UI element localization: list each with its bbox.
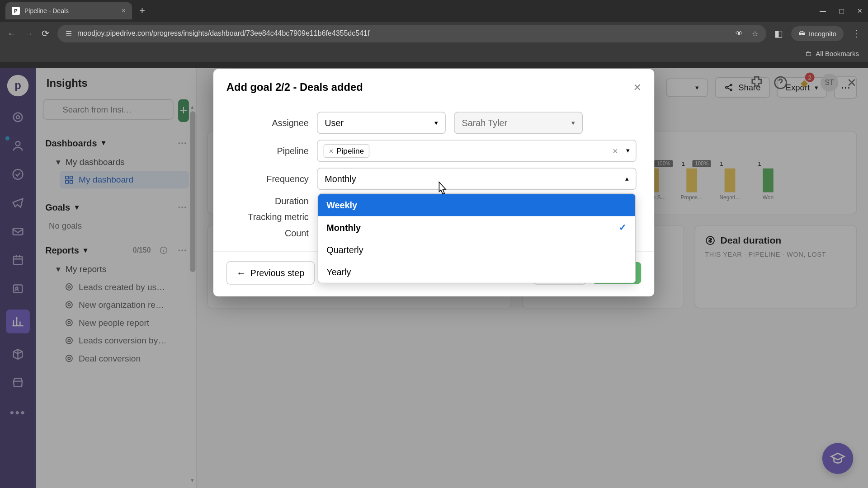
maximize-icon[interactable]: ▢ [839, 7, 844, 14]
url-text: moodjoy.pipedrive.com/progress/insights/… [77, 29, 730, 38]
address-bar[interactable]: ☰ moodjoy.pipedrive.com/progress/insight… [57, 25, 766, 42]
all-bookmarks-label: All Bookmarks [816, 50, 859, 57]
back-button[interactable]: ← [7, 28, 16, 39]
frequency-option[interactable]: Monthly✓ [318, 216, 635, 239]
chevron-down-icon: ▾ [434, 119, 438, 127]
tab-close-icon[interactable]: × [122, 7, 126, 15]
new-tab-button[interactable]: + [136, 5, 149, 17]
chevron-up-icon: ▴ [625, 175, 629, 183]
address-row: ← → ⟳ ☰ moodjoy.pipedrive.com/progress/i… [0, 22, 868, 45]
option-label: Monthly [326, 222, 361, 232]
assignee-type-select[interactable]: User ▾ [317, 112, 446, 134]
arrow-left-icon: ← [236, 268, 245, 278]
tab-favicon: P [12, 7, 20, 15]
folder-icon: 🗀 [805, 50, 812, 57]
incognito-label: Incognito [809, 30, 836, 38]
option-label: Quarterly [326, 244, 363, 254]
minimize-icon[interactable]: ― [820, 7, 826, 14]
window-controls: ― ▢ ✕ [820, 7, 863, 14]
bookmark-star-icon[interactable]: ☆ [752, 29, 758, 38]
tab-bar: P Pipeline - Deals × + ― ▢ ✕ [0, 0, 868, 22]
reload-button[interactable]: ⟳ [42, 28, 49, 39]
eye-off-icon[interactable]: 👁 [736, 29, 743, 38]
chevron-down-icon: ▾ [571, 119, 575, 127]
frequency-option[interactable]: Quarterly [318, 239, 635, 261]
close-window-icon[interactable]: ✕ [857, 7, 863, 14]
count-label: Count [231, 228, 308, 238]
check-icon: ✓ [619, 222, 627, 233]
duration-label: Duration [231, 196, 308, 206]
modal-close-icon[interactable]: × [633, 80, 641, 95]
pipeline-select[interactable]: × Pipeline × ▾ [317, 140, 636, 162]
previous-step-label: Previous step [250, 268, 305, 278]
add-goal-modal: Add goal 2/2 - Deals added × Assignee Us… [213, 69, 654, 296]
pipeline-chip-label: Pipeline [336, 146, 364, 155]
assignee-user-select[interactable]: Sarah Tyler ▾ [454, 112, 583, 134]
all-bookmarks-button[interactable]: 🗀 All Bookmarks [805, 50, 859, 57]
forward-button: → [24, 28, 33, 39]
frequency-value: Monthly [325, 174, 356, 184]
previous-step-button[interactable]: ← Previous step [226, 261, 315, 284]
frequency-dropdown: WeeklyMonthly✓QuarterlyYearly [317, 193, 636, 283]
browser-chrome: P Pipeline - Deals × + ― ▢ ✕ ← → ⟳ ☰ moo… [0, 0, 868, 62]
frequency-label: Frequency [231, 174, 308, 184]
assignee-label: Assignee [231, 118, 308, 128]
browser-tab[interactable]: P Pipeline - Deals × [5, 2, 132, 19]
option-label: Yearly [326, 267, 351, 277]
tab-title: Pipeline - Deals [24, 7, 69, 14]
frequency-select[interactable]: Monthly ▴ WeeklyMonthly✓QuarterlyYearly [317, 168, 636, 190]
panel-icon[interactable]: ◧ [774, 28, 783, 39]
assignee-type-value: User [325, 118, 344, 128]
incognito-badge[interactable]: 🕶 Incognito [791, 26, 844, 41]
bookmarks-bar: 🗀 All Bookmarks [0, 45, 868, 62]
chevron-down-icon: ▾ [626, 147, 630, 155]
tracking-label: Tracking metric [231, 212, 308, 222]
frequency-option[interactable]: Yearly [318, 261, 635, 283]
frequency-option[interactable]: Weekly [318, 194, 635, 216]
app-root: p ••• Insights + Dashboards ▾ ⋯ ▾ [0, 68, 868, 488]
modal-title: Add goal 2/2 - Deals added [226, 81, 363, 94]
assignee-user-value: Sarah Tyler [462, 118, 507, 128]
browser-menu-icon[interactable]: ⋮ [852, 28, 861, 39]
option-label: Weekly [326, 200, 357, 210]
incognito-icon: 🕶 [798, 30, 805, 38]
pipeline-chip[interactable]: × Pipeline [324, 144, 369, 158]
pipeline-label: Pipeline [231, 146, 308, 156]
chip-remove-icon[interactable]: × [329, 146, 334, 155]
clear-all-icon[interactable]: × [613, 146, 618, 156]
site-info-icon[interactable]: ☰ [66, 29, 72, 38]
